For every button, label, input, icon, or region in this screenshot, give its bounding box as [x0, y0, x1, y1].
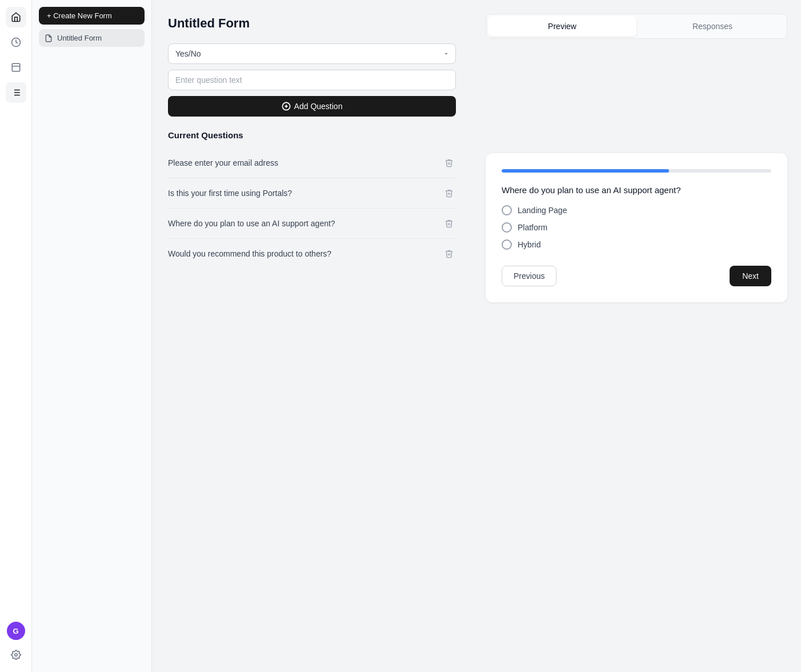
progress-bar-container [502, 169, 771, 173]
delete-question-button[interactable] [442, 247, 456, 261]
question-text: Is this your first time using Portals? [168, 189, 442, 198]
current-questions-heading: Current Questions [168, 130, 456, 140]
preview-panel: Preview Responses Where do you plan to u… [472, 0, 801, 672]
question-text: Please enter your email adress [168, 158, 442, 167]
question-row: Would you recommend this product to othe… [168, 239, 456, 269]
sidebar: G [0, 0, 32, 672]
sidebar-icon-list[interactable] [6, 82, 26, 103]
delete-question-button[interactable] [442, 217, 456, 230]
previous-button[interactable]: Previous [502, 266, 556, 286]
radio-circle [502, 239, 512, 250]
progress-bar-fill [502, 169, 669, 173]
trash-icon [444, 219, 454, 228]
form-title: Untitled Form [168, 16, 456, 31]
preview-footer: Previous Next [502, 266, 771, 286]
left-panel: + Create New Form Untitled Form [32, 0, 152, 672]
question-text: Where do you plan to use an AI support a… [168, 219, 442, 228]
form-list-item[interactable]: Untitled Form [39, 29, 145, 47]
radio-option[interactable]: Platform [502, 222, 771, 233]
radio-options: Landing Page Platform Hybrid [502, 205, 771, 250]
radio-option[interactable]: Landing Page [502, 205, 771, 215]
question-text-input[interactable] [168, 70, 456, 90]
radio-option[interactable]: Hybrid [502, 239, 771, 250]
preview-card: Where do you plan to use an AI support a… [486, 153, 787, 302]
tabs-row: Preview Responses [486, 14, 787, 39]
add-question-button[interactable]: Add Question [168, 96, 456, 117]
avatar[interactable]: G [7, 622, 25, 640]
question-row: Please enter your email adress [168, 148, 456, 178]
tab-responses[interactable]: Responses [638, 14, 787, 38]
question-text: Would you recommend this product to othe… [168, 249, 442, 258]
question-list: Please enter your email adress Is this y… [168, 148, 456, 269]
radio-option-label: Landing Page [518, 206, 567, 215]
form-item-label: Untitled Form [57, 34, 102, 42]
radio-circle [502, 222, 512, 233]
next-button[interactable]: Next [730, 266, 771, 286]
question-row: Where do you plan to use an AI support a… [168, 209, 456, 239]
radio-option-label: Hybrid [518, 240, 540, 249]
delete-question-button[interactable] [442, 156, 456, 170]
file-icon [45, 34, 53, 42]
sidebar-icon-book[interactable] [6, 57, 26, 78]
svg-point-9 [14, 654, 17, 657]
preview-question-text: Where do you plan to use an AI support a… [502, 185, 771, 195]
delete-question-button[interactable] [442, 186, 456, 200]
tab-preview[interactable]: Preview [488, 16, 636, 37]
trash-icon [444, 158, 454, 167]
trash-icon [444, 249, 454, 258]
question-type-select[interactable]: Yes/No Multiple Choice Short Text Long T… [168, 43, 456, 64]
form-editor: Untitled Form Yes/No Multiple Choice Sho… [152, 0, 472, 672]
create-new-form-button[interactable]: + Create New Form [39, 7, 145, 25]
plus-circle-icon [282, 102, 291, 111]
sidebar-icon-clock[interactable] [6, 32, 26, 53]
sidebar-icon-home[interactable] [6, 7, 26, 27]
svg-rect-1 [12, 63, 20, 71]
trash-icon [444, 189, 454, 198]
question-row: Is this your first time using Portals? [168, 178, 456, 209]
settings-icon[interactable] [6, 645, 26, 665]
radio-circle [502, 205, 512, 215]
radio-option-label: Platform [518, 223, 547, 232]
